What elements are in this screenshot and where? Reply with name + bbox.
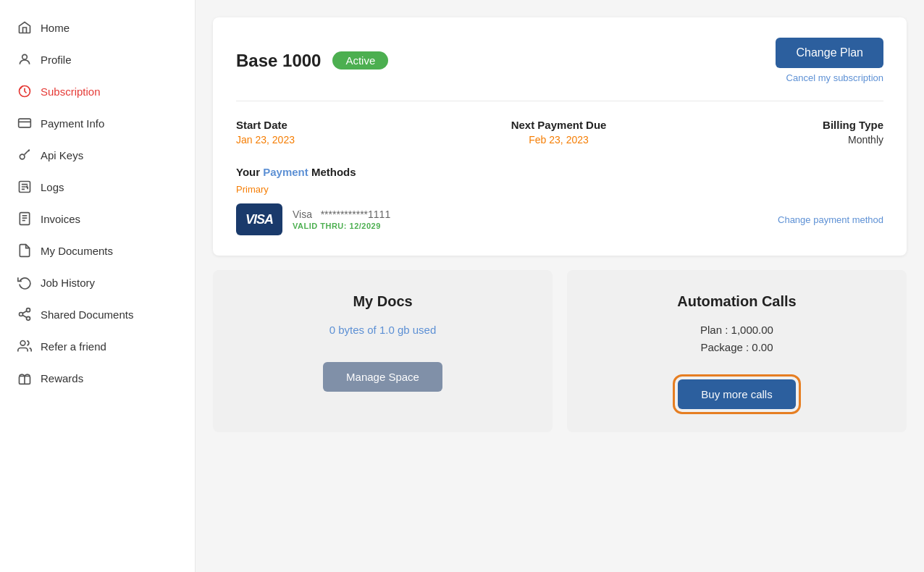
sidebar-item-payment-info-label: Payment Info <box>41 117 104 130</box>
change-payment-link[interactable]: Change payment method <box>778 214 883 225</box>
sidebar-item-job-history-label: Job History <box>41 277 95 289</box>
sidebar-item-profile-label: Profile <box>41 54 72 66</box>
sidebar-item-refer-a-friend[interactable]: Refer a friend <box>0 330 195 362</box>
automation-calls-title: Automation Calls <box>677 293 796 310</box>
sidebar-item-profile[interactable]: Profile <box>0 43 195 75</box>
sidebar-item-home[interactable]: Home <box>0 12 195 43</box>
sidebar-item-subscription[interactable]: Subscription <box>0 75 195 107</box>
billing-type-value: Monthly <box>823 134 883 146</box>
sidebar: Home Profile Subscription Payment Info A… <box>0 0 196 572</box>
sidebar-item-invoices-label: Invoices <box>41 213 80 225</box>
my-docs-usage: 0 bytes of 1.0 gb used <box>329 321 437 339</box>
payment-methods-title: Your Payment Methods <box>236 166 883 178</box>
svg-point-0 <box>22 54 28 59</box>
svg-point-17 <box>20 341 25 346</box>
card-info: VISA Visa ************1111 VALID THRU: 1… <box>236 203 390 235</box>
billing-type-label: Billing Type <box>823 119 883 131</box>
next-payment-col: Next Payment Due Feb 23, 2023 <box>511 119 607 146</box>
profile-icon <box>17 52 32 67</box>
card-brand: Visa <box>293 209 312 220</box>
status-badge: Active <box>332 51 388 70</box>
card-valid: VALID THRU: 12/2029 <box>293 222 390 230</box>
main-content: Base 1000 Active Change Plan Cancel my s… <box>196 0 924 572</box>
sidebar-item-refer-label: Refer a friend <box>41 340 106 353</box>
svg-point-12 <box>27 308 30 312</box>
sidebar-item-invoices[interactable]: Invoices <box>0 203 195 235</box>
card-number-masked: ************1111 <box>321 209 391 220</box>
sidebar-item-my-documents[interactable]: My Documents <box>0 235 195 266</box>
svg-point-4 <box>20 154 25 159</box>
card-details: Visa ************1111 VALID THRU: 12/202… <box>293 209 390 230</box>
subscription-card-header: Base 1000 Active Change Plan Cancel my s… <box>236 38 883 83</box>
sidebar-item-api-keys[interactable]: Api Keys <box>0 139 195 171</box>
plan-title-row: Base 1000 Active <box>236 51 388 71</box>
logs-icon <box>17 180 32 194</box>
change-plan-button[interactable]: Change Plan <box>776 38 883 68</box>
my-docs-card: My Docs 0 bytes of 1.0 gb used Manage Sp… <box>213 270 553 432</box>
svg-point-14 <box>27 316 30 320</box>
bottom-row: My Docs 0 bytes of 1.0 gb used Manage Sp… <box>213 270 907 432</box>
job-history-icon <box>17 275 32 290</box>
payment-row: VISA Visa ************1111 VALID THRU: 1… <box>236 203 883 235</box>
svg-line-15 <box>22 315 27 317</box>
visa-logo: VISA <box>236 203 282 235</box>
shared-documents-icon <box>17 307 32 321</box>
svg-point-13 <box>20 313 23 316</box>
sidebar-item-rewards[interactable]: Rewards <box>0 362 195 394</box>
api-keys-icon <box>17 148 32 162</box>
start-date-col: Start Date Jan 23, 2023 <box>236 119 295 146</box>
manage-space-button[interactable]: Manage Space <box>323 362 442 392</box>
automation-calls-card: Automation Calls Plan : 1,000.00 Package… <box>567 270 907 432</box>
sidebar-item-home-label: Home <box>41 22 70 34</box>
automation-calls-info: Plan : 1,000.00 Package : 0.00 <box>700 321 773 356</box>
rewards-icon <box>17 371 32 385</box>
card-number-row: Visa ************1111 <box>293 209 390 220</box>
next-payment-label: Next Payment Due <box>511 119 607 131</box>
package-value: Package : 0.00 <box>700 339 773 356</box>
svg-rect-2 <box>19 119 31 127</box>
subscription-card: Base 1000 Active Change Plan Cancel my s… <box>213 17 907 256</box>
refer-icon <box>17 339 32 353</box>
subscription-icon <box>17 84 32 98</box>
sidebar-item-job-history[interactable]: Job History <box>0 266 195 298</box>
svg-line-6 <box>28 150 30 151</box>
sidebar-item-payment-info[interactable]: Payment Info <box>0 107 195 139</box>
payment-info-icon <box>17 116 32 130</box>
sidebar-item-api-keys-label: Api Keys <box>41 149 83 161</box>
buy-more-calls-button[interactable]: Buy more calls <box>678 379 795 409</box>
my-docs-title: My Docs <box>353 293 412 310</box>
svg-line-16 <box>22 311 27 313</box>
cancel-subscription-link[interactable]: Cancel my subscription <box>786 72 883 83</box>
invoices-icon <box>17 211 32 226</box>
divider <box>236 101 883 101</box>
start-date-label: Start Date <box>236 119 295 131</box>
sidebar-item-logs-label: Logs <box>41 181 64 193</box>
my-documents-icon <box>17 243 32 258</box>
sidebar-item-my-documents-label: My Documents <box>41 245 113 257</box>
billing-type-col: Billing Type Monthly <box>823 119 883 146</box>
sidebar-item-shared-documents-label: Shared Documents <box>41 308 133 321</box>
plan-title: Base 1000 <box>236 51 321 71</box>
sidebar-item-subscription-label: Subscription <box>41 85 101 98</box>
sidebar-item-shared-documents[interactable]: Shared Documents <box>0 298 195 330</box>
next-payment-value: Feb 23, 2023 <box>511 134 607 146</box>
sidebar-item-rewards-label: Rewards <box>41 372 83 384</box>
home-icon <box>17 20 32 35</box>
plan-value: Plan : 1,000.00 <box>700 321 773 339</box>
sidebar-item-logs[interactable]: Logs <box>0 171 195 203</box>
start-date-value: Jan 23, 2023 <box>236 134 295 146</box>
billing-row: Start Date Jan 23, 2023 Next Payment Due… <box>236 119 883 146</box>
primary-label: Primary <box>236 184 883 195</box>
